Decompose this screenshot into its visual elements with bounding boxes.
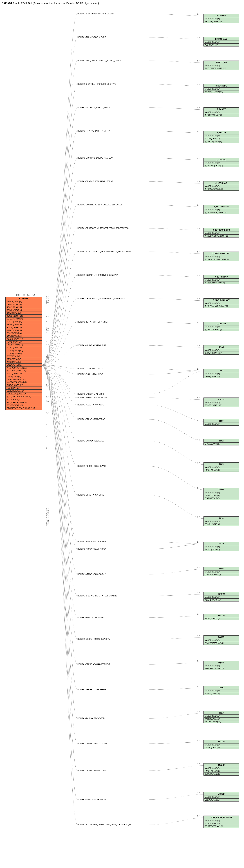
target-cardinality: 0..N bbox=[197, 345, 200, 346]
target-entity-field: MANDT [CLNT (3)] bbox=[204, 255, 239, 258]
main-entity-field: BRSCH [CHAR (4)] bbox=[6, 309, 42, 312]
source-cardinality: 0..N bbox=[46, 299, 49, 301]
main-entity-box: ROIILFA1 MANDT [CLNT (3)]LAND1 [CHAR (3)… bbox=[5, 297, 42, 410]
target-entity-box: TVFCDMANDT [CLNT (3)]DLGRP [CHAR (4)] bbox=[204, 740, 239, 749]
target-entity-box: TTXJMANDT [CLNT (3)]KALSM [CHAR (6)]TXJC… bbox=[204, 711, 239, 723]
target-entity-name: J_1ATODC bbox=[204, 158, 239, 161]
page-title: SAP ABAP table ROIILFA1 {Transfer struct… bbox=[2, 2, 244, 5]
edge-label: ROIILFA1-FISKN = LFA1-LIFNR bbox=[77, 368, 103, 370]
main-entity-field: SFRGR [CHAR (4)] bbox=[6, 346, 42, 349]
target-entity-name: T005 bbox=[204, 463, 239, 466]
target-entity-box: TZONEMANDT [CLNT (3)]LAND1 [CHAR (3)]ZON… bbox=[204, 763, 239, 776]
source-cardinality: 0..N bbox=[46, 298, 49, 299]
main-entity-field: KTOCK [CHAR (4)] bbox=[6, 335, 42, 338]
target-entity-field: MANDT [CLNT (3)] bbox=[204, 715, 239, 717]
edge-label: ROIILFA1-LNRZA = LFA1-LIFNR bbox=[77, 393, 104, 395]
target-entity-name: TSFG bbox=[204, 686, 239, 689]
target-entity-name: TVFCD bbox=[204, 740, 239, 743]
edge-label: ROIILFA1-TXJCD = TTXJ-TXJCD bbox=[77, 717, 104, 719]
target-cardinality: 0..N bbox=[197, 204, 200, 206]
main-entity-field: KTOKK [CHAR (4)] bbox=[6, 312, 42, 315]
source-cardinality: 0..N bbox=[46, 329, 49, 331]
diagram-canvas: ROIILFA1 MANDT [CLNT (3)]LAND1 [CHAR (3)… bbox=[2, 6, 242, 868]
target-entity-name: WRF_PSCD_TCHAINH bbox=[204, 816, 239, 819]
main-entity-field: FITYP [CHAR (2)] bbox=[6, 355, 42, 358]
source-cardinality: {0,1} bbox=[46, 296, 49, 298]
target-entity-field: MANDT [CLNT (3)] bbox=[204, 639, 239, 642]
target-cardinality: 0..N bbox=[197, 181, 200, 183]
target-cardinality: 0..N bbox=[197, 397, 200, 399]
source-cardinality: {0,1} bbox=[46, 400, 49, 402]
edge-label: ROIILFA1-J_1KFTIND = INDUSTYPE-INDTYPE bbox=[77, 83, 116, 85]
edge-label: ROIILFA1-LZONE = TZONE-ZONE1 bbox=[77, 770, 107, 772]
edge-label: ROIILFA1-KTOCK = T077K-KTOKK bbox=[77, 541, 106, 543]
target-entity-name: J_1BTDECREGPC bbox=[204, 228, 239, 232]
edge-label: ROIILFA1-FISKU = LFA1-LIFNR bbox=[77, 373, 103, 375]
target-entity-name: TQ04A bbox=[204, 661, 239, 664]
target-entity-box: T077KMANDT [CLNT (3)]KTOKK [CHAR (4)] bbox=[204, 542, 239, 551]
target-cardinality: 0..N bbox=[197, 487, 200, 489]
target-cardinality: 0..N bbox=[197, 227, 200, 229]
edge-label: ROIILFA1-PMT_OFFICE = FMFGT_PO-PMT_OFFIC… bbox=[77, 60, 121, 62]
target-entity-name: J_1BTINDTYP bbox=[204, 275, 239, 279]
target-entity-box: T005MANDT [CLNT (3)]LAND1 [CHAR (3)] bbox=[204, 462, 239, 472]
target-entity-name: VTSGD bbox=[204, 792, 239, 796]
edge-label: ROIILFA1-MANDT = T000-MANDT bbox=[77, 404, 106, 406]
target-entity-field: MANDT [CLNT (3)] bbox=[204, 743, 239, 746]
source-cardinality: 0..N bbox=[46, 332, 49, 334]
target-entity-field: J_1BCOMSIZE [CHAR (2)] bbox=[204, 211, 239, 214]
target-entity-field: WAERS [CUKY (5)] bbox=[204, 599, 239, 601]
main-entity-field: DLGRP [CHAR (4)] bbox=[6, 352, 42, 355]
main-entity-field: PMT_OFFICE [CHAR (5)] bbox=[6, 401, 42, 404]
main-entity-field: SPERQ [CHAR (2)] bbox=[6, 329, 42, 332]
edge-label: ROIILFA1-J_1KFTBUS = BUSTYPE-GESTYP bbox=[77, 13, 114, 15]
edge-label: ROIILFA1-DLGRP = TVFCD-DLGRP bbox=[77, 743, 107, 745]
target-entity-field: MANDT [CLNT (3)] bbox=[204, 401, 239, 404]
source-cardinality: {0,1} bbox=[46, 396, 49, 398]
target-entity-box: J_1BTICMSTAXPAYMANDT [CLNT (3)]J_1BICMST… bbox=[204, 252, 239, 261]
target-entity-field: MANDT [CLNT (3)] bbox=[204, 326, 239, 328]
main-entity-field: INDTYP [CHAR (2)] bbox=[6, 384, 42, 387]
source-cardinality: {0,1} bbox=[46, 513, 49, 515]
target-entity-field: BLAND [CHAR (3)] bbox=[204, 497, 239, 500]
source-cardinality: {0,1} bbox=[46, 412, 49, 414]
edge-label: ROIILFA1-TDT = J_1BTTDT-J_1BTDT bbox=[77, 321, 108, 323]
target-cardinality: 0..N bbox=[197, 130, 200, 132]
source-cardinality: {0,1} bbox=[46, 315, 49, 317]
target-entity-field: TC_MODE [CHAR (1)] bbox=[204, 825, 239, 828]
source-cardinality: 1 bbox=[46, 447, 47, 449]
main-entity-field: ICMSTAXPAY [CHAR (2)] bbox=[6, 381, 42, 384]
target-entity-box: TSFGMANDT [CLNT (3)]SFRGR [CHAR (4)] bbox=[204, 686, 239, 695]
edge-label: ROIILFA1-ALC = FMFGT_ALC-ALC bbox=[77, 36, 106, 38]
target-entity-name: FMFGT_ALC bbox=[204, 37, 239, 41]
target-cardinality: 0..N bbox=[197, 298, 200, 300]
target-entity-field: MANDT [CLNT (3)] bbox=[204, 88, 239, 90]
target-entity-field: MANDT [CLNT (3)] bbox=[204, 111, 239, 114]
target-cardinality: 0..N bbox=[197, 815, 200, 817]
target-entity-name: J_1BTICMSTAXPAY bbox=[204, 252, 239, 255]
target-entity-field: ALC [CHAR (8)] bbox=[204, 43, 239, 46]
target-entity-field: MANDT [CLNT (3)] bbox=[204, 134, 239, 137]
target-entity-field: MANDT [CLNT (3)] bbox=[204, 279, 239, 281]
source-cardinality: {0,1} bbox=[46, 520, 49, 522]
main-entity-field: J_1KFTBUS [CHAR (30)] bbox=[6, 367, 42, 369]
target-entity-name: T016 bbox=[204, 517, 239, 520]
target-cardinality: 0..N bbox=[197, 711, 200, 712]
source-cardinality: {0,1} bbox=[46, 511, 49, 513]
edge-label: ROIILFA1-INDTYP = J_1BTINDTYP-J_1BINDTYP bbox=[77, 274, 118, 276]
target-entity-field: MANDT [CLNT (3)] bbox=[204, 570, 239, 574]
target-entity-name: INDUSTYPE bbox=[204, 84, 239, 88]
target-cardinality: 0..N bbox=[197, 739, 200, 741]
target-entity-field: MANDT [CLNT (3)] bbox=[204, 767, 239, 770]
target-entity-name: T002 bbox=[204, 439, 239, 442]
target-entity-box: J_1AFITPMANDT [CLNT (3)]KOART [CHAR (1)]… bbox=[204, 131, 239, 143]
target-entity-field: J_1ATODC [CHAR (2)] bbox=[204, 164, 239, 167]
target-cardinality: 0..N bbox=[197, 157, 200, 159]
edge-label: ROIILFA1-FITYP = J_1AFITP-J_1AFITP bbox=[77, 130, 110, 132]
target-entity-field: IDENT [CHAR (2)] bbox=[204, 617, 239, 620]
target-entity-field: INDTYPE [CHAR (30)] bbox=[204, 90, 239, 93]
target-entity-box: T016MANDT [CLNT (3)]BRSCH [CHAR (4)] bbox=[204, 517, 239, 526]
target-entity-name: J_1BTCOMSIZE bbox=[204, 205, 239, 208]
main-entity-field: ACTSS [CHAR (3)] bbox=[6, 361, 42, 364]
target-entity-field: KUNNR [CHAR (10)] bbox=[204, 352, 239, 354]
